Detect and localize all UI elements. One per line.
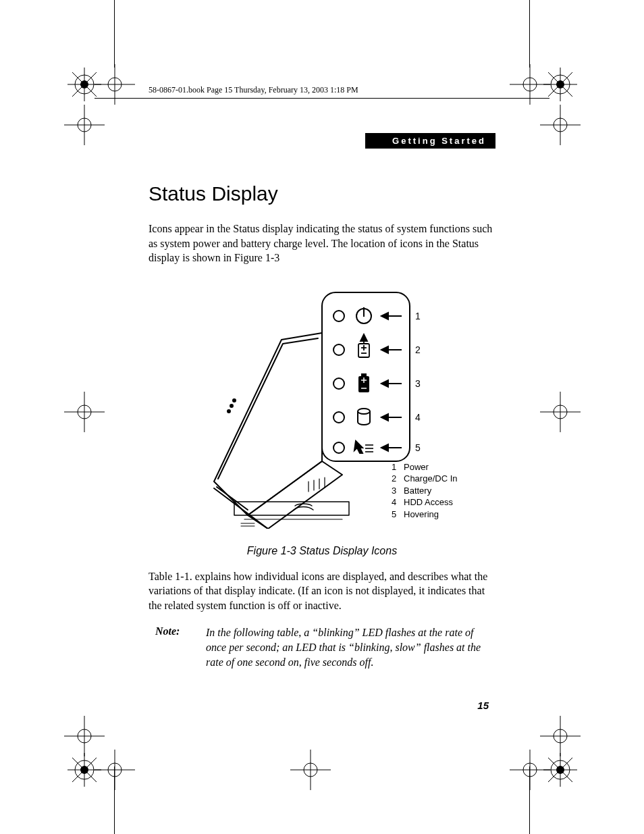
regmark-tr-outer (540, 64, 581, 105)
svg-point-14 (523, 78, 537, 91)
svg-line-55 (548, 758, 572, 782)
page-title: Status Display (149, 182, 495, 205)
regmark-br-outer (540, 750, 581, 790)
figure-1-3: 1 2 (149, 286, 495, 557)
svg-point-5 (80, 80, 88, 88)
regmark-tl-lower (64, 105, 105, 145)
svg-line-4 (72, 72, 97, 97)
regmark-bl-upper (64, 716, 105, 756)
svg-point-47 (554, 729, 567, 743)
regmark-mr (540, 392, 581, 432)
regmark-tr-lower (540, 105, 581, 145)
svg-line-19 (548, 72, 572, 97)
callout-number: 4 (415, 412, 421, 423)
svg-line-18 (548, 72, 572, 97)
svg-point-58 (230, 405, 233, 407)
svg-point-59 (227, 410, 230, 413)
legend-row: 3Battery (392, 485, 457, 497)
intro-paragraph: Icons appear in the Status display indic… (149, 221, 495, 265)
figure-caption: Figure 1-3 Status Display Icons (149, 545, 495, 557)
legend-row: 1Power (392, 461, 457, 473)
note-text: In the following table, a “blinking” LED… (206, 625, 495, 671)
after-figure-paragraph: Table 1-1. explains how individual icons… (149, 569, 495, 613)
battery-icon (358, 373, 369, 392)
svg-point-50 (523, 763, 537, 777)
regmark-tl-outer (64, 64, 105, 105)
svg-point-20 (556, 80, 564, 88)
svg-point-51 (551, 760, 570, 779)
svg-rect-77 (361, 373, 367, 376)
regmark-bl-inner (95, 750, 135, 790)
svg-line-36 (72, 758, 97, 782)
svg-point-23 (554, 118, 567, 132)
svg-point-33 (75, 760, 94, 779)
svg-point-56 (556, 766, 564, 774)
svg-line-54 (548, 758, 572, 782)
regmark-ml (64, 392, 105, 432)
running-header: 58-0867-01.book Page 15 Thursday, Februa… (149, 85, 358, 95)
page-number: 15 (477, 700, 489, 711)
svg-point-0 (75, 75, 94, 94)
svg-point-38 (80, 766, 88, 774)
svg-point-41 (108, 763, 122, 777)
regmark-br-upper (540, 716, 581, 756)
svg-point-11 (78, 118, 91, 132)
svg-point-57 (233, 399, 236, 402)
note-label: Note: (155, 625, 206, 671)
regmark-tr-inner (510, 64, 550, 105)
regmark-bc (290, 750, 331, 790)
svg-point-29 (554, 405, 567, 419)
figure-legend: 1Power 2Charge/DC In 3Battery 4HDD Acces… (392, 461, 457, 521)
callout-number: 5 (415, 442, 421, 453)
regmark-tl-inner (95, 64, 135, 105)
crop-line (529, 766, 530, 834)
regmark-bl-outer (64, 750, 105, 790)
callout-number: 2 (415, 344, 421, 355)
regmark-br-inner (510, 750, 550, 790)
legend-row: 2Charge/DC In (392, 473, 457, 485)
svg-point-8 (108, 78, 122, 91)
svg-point-44 (304, 763, 317, 777)
svg-point-32 (78, 729, 91, 743)
callout-number: 3 (415, 378, 421, 389)
svg-line-3 (72, 72, 97, 97)
note-block: Note: In the following table, a “blinkin… (149, 625, 495, 671)
header-rule (95, 98, 549, 99)
svg-point-26 (78, 405, 91, 419)
svg-line-37 (72, 758, 97, 782)
crop-line (114, 0, 115, 68)
section-label: Getting Started (365, 133, 495, 149)
legend-row: 4HDD Access (392, 496, 457, 509)
legend-row: 5Hovering (392, 509, 457, 521)
callout-number: 1 (415, 311, 421, 321)
crop-line (114, 766, 115, 834)
crop-line (529, 0, 530, 68)
svg-point-15 (551, 75, 570, 94)
